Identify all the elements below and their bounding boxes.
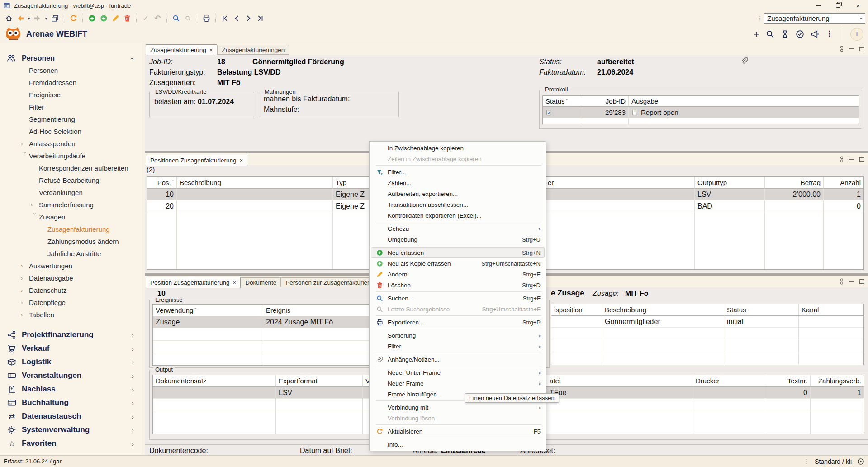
home-button[interactable] bbox=[3, 12, 14, 24]
column-header-status[interactable]: Status bbox=[724, 304, 799, 316]
menu-item-count[interactable]: Zählen... bbox=[371, 177, 545, 188]
table-cell-outputtyp[interactable]: LSV bbox=[695, 189, 765, 200]
table-cell-exportformat[interactable]: LSV bbox=[276, 387, 363, 399]
menu-item-search[interactable]: Suchen...Strg+F bbox=[371, 293, 545, 304]
table-cell-status[interactable]: initial bbox=[724, 316, 799, 328]
column-header-ausgabe[interactable]: Ausgabe bbox=[629, 96, 859, 107]
table-cell-jobid[interactable]: 29’283 bbox=[581, 107, 629, 118]
sidebar-item-datenschutz[interactable]: ›Datenschutz bbox=[0, 284, 144, 296]
sidebar-item-tabellen[interactable]: ›Tabellen bbox=[0, 309, 144, 321]
check-circle-icon[interactable] bbox=[796, 30, 804, 38]
sidebar-item-verdankungen[interactable]: Verdankungen bbox=[0, 186, 144, 199]
sidebar-item-auswertungen[interactable]: ›Auswertungen bbox=[0, 260, 144, 272]
sidebar-item-anlassspenden[interactable]: ›Anlassspenden bbox=[0, 138, 144, 150]
menu-item-prepare-export[interactable]: Aufbereiten, exportieren... bbox=[371, 188, 545, 199]
windows-button[interactable] bbox=[49, 12, 61, 24]
sidebar-module-buchhaltung[interactable]: Buchhaltung› bbox=[0, 396, 144, 410]
table-cell-outputtyp[interactable]: BAD bbox=[695, 200, 765, 212]
menu-item-environment[interactable]: UmgebungStrg+U bbox=[371, 234, 545, 245]
edit-button[interactable] bbox=[109, 12, 121, 24]
menu-item-goto[interactable]: Gehezu› bbox=[371, 223, 545, 234]
menu-item-connect-with[interactable]: Verbindung mit› bbox=[371, 402, 545, 413]
table-cell-beschreibung[interactable]: Gönnermitglieder bbox=[602, 316, 724, 328]
sidebar-item-personen[interactable]: Personen bbox=[0, 64, 144, 76]
tab-dokumente[interactable]: Dokumente bbox=[241, 277, 281, 287]
forward-button[interactable] bbox=[32, 12, 43, 24]
print-button[interactable] bbox=[200, 12, 212, 24]
sidebar-item-verarbeitungslaeufe[interactable]: ›Verarbeitungsläufe bbox=[0, 150, 144, 162]
window-close-button[interactable]: × bbox=[848, 0, 868, 11]
sidebar-item-refuse-bearbeitung[interactable]: Refusé-Bearbeitung bbox=[0, 174, 144, 186]
menu-item-copy-clipboard[interactable]: In Zwischenablage kopieren bbox=[371, 143, 545, 153]
search-small-button[interactable] bbox=[182, 12, 194, 24]
sidebar-item-korrespondenzen[interactable]: Korrespondenzen aufbereiten bbox=[0, 162, 144, 174]
table-cell-betrag[interactable]: 2’000.00 bbox=[765, 189, 824, 200]
nav-first-button[interactable] bbox=[219, 12, 231, 24]
sidebar-module-verkauf[interactable]: Verkauf› bbox=[0, 342, 144, 355]
status-indicator-icon[interactable] bbox=[857, 458, 864, 465]
panel-link-icon[interactable] bbox=[840, 45, 844, 52]
sidebar-module-logistik[interactable]: Logistik› bbox=[0, 355, 144, 369]
sidebar-module-nachlass[interactable]: Nachlass› bbox=[0, 382, 144, 396]
sidebar-module-projektfinanzierung[interactable]: Projektfinanzierung› bbox=[0, 328, 144, 342]
nav-next-button[interactable] bbox=[242, 12, 254, 24]
chevron-right-icon[interactable]: › bbox=[21, 140, 29, 147]
menu-item-attachments[interactable]: Anhänge/Notizen... bbox=[371, 354, 545, 365]
sidebar-section-personen[interactable]: Personen › bbox=[0, 52, 144, 64]
table-cell-pos[interactable]: 10 bbox=[147, 189, 177, 200]
column-header-betrag[interactable]: Betrag bbox=[765, 177, 824, 189]
menu-item-new-subframe[interactable]: Neuer Unter-Frame› bbox=[371, 367, 545, 378]
chevron-down-icon[interactable]: › bbox=[32, 213, 38, 221]
menu-item-control-data-export[interactable]: Kontrolldaten exportieren (Excel)... bbox=[371, 210, 545, 221]
new-copy-button[interactable] bbox=[98, 12, 109, 24]
chevron-right-icon[interactable]: › bbox=[21, 299, 29, 306]
table-cell-anzahl[interactable]: 1 bbox=[824, 189, 863, 200]
sidebar-module-systemverwaltung[interactable]: Systemverwaltung› bbox=[0, 423, 144, 437]
chevron-right-icon[interactable]: › bbox=[31, 201, 39, 208]
tab-position-zusagenfakturierung[interactable]: Position Zusagenfakturierung × bbox=[146, 277, 241, 288]
column-header-jobid[interactable]: Job-ID bbox=[581, 96, 629, 107]
panel-link-icon[interactable] bbox=[840, 156, 844, 163]
column-header-zahlungsverb[interactable]: Zahlungsverb. bbox=[811, 375, 864, 387]
column-header-beschreibung[interactable]: Beschreibung bbox=[177, 177, 333, 189]
panel-minimize-icon[interactable] bbox=[849, 159, 854, 160]
sidebar-module-favoriten[interactable]: ☆Favoriten› bbox=[0, 437, 144, 450]
sidebar-module-datenaustausch[interactable]: ⇄Datenaustausch› bbox=[0, 410, 144, 423]
window-minimize-button[interactable] bbox=[808, 0, 828, 11]
sidebar-item-datenpflege[interactable]: ›Datenpflege bbox=[0, 296, 144, 309]
column-header-kanal[interactable]: Kanal bbox=[799, 304, 863, 316]
sidebar-item-segmentierung[interactable]: Segmentierung bbox=[0, 113, 144, 125]
menu-item-sorting[interactable]: Sortierung› bbox=[371, 330, 545, 341]
menu-item-filter-submenu[interactable]: Filter› bbox=[371, 341, 545, 352]
window-restore-button[interactable] bbox=[828, 0, 848, 11]
tab-zusagenfakturierungen[interactable]: Zusagenfakturierungen bbox=[217, 45, 289, 55]
column-header-exportformat[interactable]: Exportformat bbox=[276, 375, 363, 387]
menu-item-new-copy[interactable]: Neu als Kopie erfassenStrg+Umschalttaste… bbox=[371, 258, 545, 269]
close-icon[interactable]: × bbox=[209, 47, 213, 53]
nav-last-button[interactable] bbox=[254, 12, 266, 24]
panel-maximize-icon[interactable] bbox=[859, 279, 864, 284]
new-record-button[interactable] bbox=[86, 12, 98, 24]
table-cell-disposition[interactable] bbox=[551, 316, 602, 328]
close-icon[interactable]: × bbox=[233, 279, 237, 286]
table-cell-pos[interactable]: 20 bbox=[147, 200, 177, 212]
context-selector-combobox[interactable]: Zusagenfakturierung › bbox=[764, 13, 865, 24]
nav-prev-button[interactable] bbox=[231, 12, 242, 24]
menu-item-info[interactable]: Info... bbox=[371, 439, 545, 450]
chevron-right-icon[interactable]: › bbox=[21, 262, 29, 269]
sidebar-item-filter[interactable]: Filter bbox=[0, 101, 144, 113]
confirm-button[interactable]: ✓ bbox=[140, 12, 152, 24]
menu-item-filter-dialog[interactable]: Filter... bbox=[371, 167, 545, 177]
table-cell-dokumentensatz[interactable] bbox=[153, 387, 276, 399]
panel-maximize-icon[interactable] bbox=[859, 157, 864, 162]
table-cell-ausgabe[interactable]: Report open bbox=[629, 107, 859, 118]
sidebar-item-adhoc-selektion[interactable]: Ad-Hoc Selektion bbox=[0, 125, 144, 138]
forward-history-dropdown[interactable]: ▾ bbox=[43, 16, 49, 21]
sidebar-item-datenausgabe[interactable]: ›Datenausgabe bbox=[0, 272, 144, 284]
table-cell-status[interactable] bbox=[543, 107, 581, 118]
table-cell-kanal[interactable] bbox=[799, 316, 863, 328]
close-icon[interactable]: × bbox=[240, 157, 243, 164]
undo-button[interactable]: ↶ bbox=[152, 12, 163, 24]
search-icon[interactable] bbox=[766, 30, 774, 38]
more-options-icon[interactable]: ⋮ bbox=[825, 29, 834, 39]
